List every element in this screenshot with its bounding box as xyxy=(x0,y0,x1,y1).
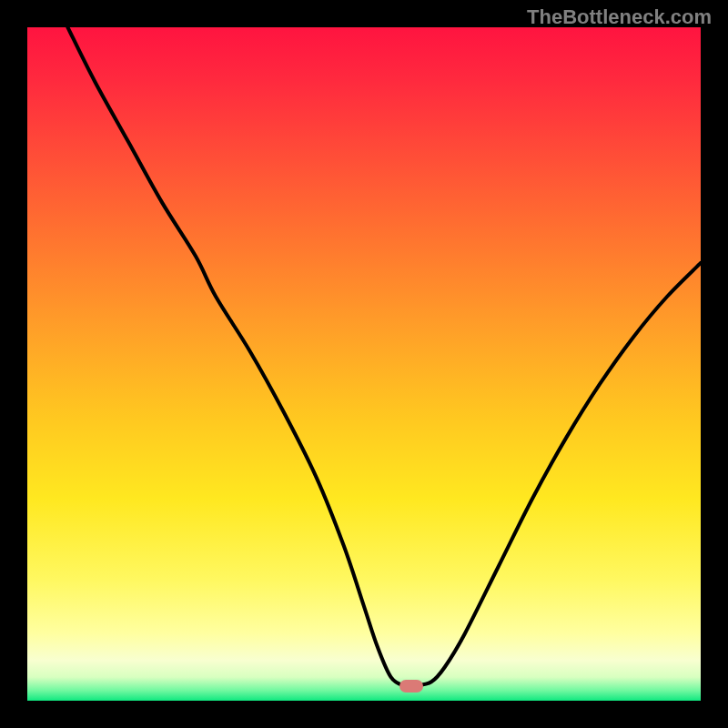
optimal-marker xyxy=(399,680,423,693)
chart-frame: TheBottleneck.com xyxy=(0,0,728,728)
curve-path xyxy=(67,27,701,687)
watermark-text: TheBottleneck.com xyxy=(527,5,712,29)
plot-area xyxy=(27,27,701,701)
bottleneck-curve xyxy=(27,27,701,701)
